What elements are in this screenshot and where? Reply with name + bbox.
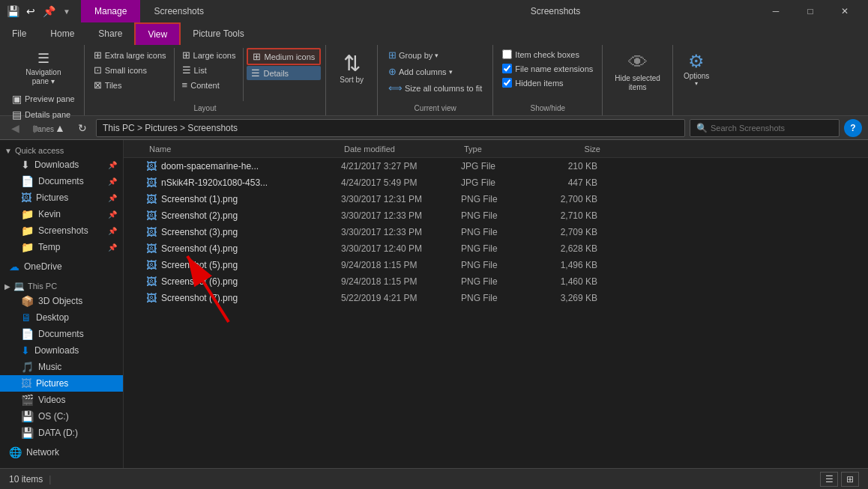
help-button[interactable]: ?	[844, 119, 862, 137]
sidebar-item-documents-quick[interactable]: 📄 Documents 📌	[0, 173, 123, 189]
file-type-icon: 🖼	[146, 193, 157, 205]
sidebar-item-downloads-pc[interactable]: ⬇ Downloads	[0, 342, 123, 359]
sidebar-item-music[interactable]: 🎵 Music	[0, 359, 123, 375]
list-button[interactable]: ☰ List	[178, 63, 241, 77]
details-view-toggle[interactable]: ☰	[820, 472, 838, 487]
add-col-arrow: ▾	[449, 68, 453, 76]
hide-selected-button[interactable]: 👁 Hide selecteditems	[609, 48, 666, 95]
sidebar-item-network[interactable]: 🌐 Network	[0, 444, 123, 461]
sidebar-item-downloads-quick[interactable]: ⬇ Downloads 📌	[0, 157, 123, 173]
hidden-items-button[interactable]: Hidden items	[499, 76, 596, 89]
item-check-boxes-checkbox[interactable]	[502, 49, 512, 59]
item-check-boxes-button[interactable]: Item check boxes	[499, 48, 596, 61]
file-name-extensions-button[interactable]: File name extensions	[499, 62, 596, 75]
up-button[interactable]: ▲	[51, 119, 69, 137]
sidebar-item-temp-quick[interactable]: 📁 Temp 📌	[0, 239, 123, 255]
group-by-button[interactable]: ⊞ Group by ▾	[384, 48, 486, 62]
file-name-extensions-checkbox[interactable]	[502, 64, 512, 73]
table-row[interactable]: 🖼 Screenshot (6).png 9/24/2018 1:15 PM P…	[124, 273, 868, 290]
manage-tab[interactable]: Manage	[81, 0, 140, 22]
maximize-button[interactable]: □	[793, 0, 828, 22]
sidebar-item-onedrive[interactable]: ☁ OneDrive	[0, 258, 123, 275]
pin-icon-pictures: 📌	[108, 194, 117, 202]
table-row[interactable]: 🖼 Screenshot (1).png 3/30/2017 12:31 PM …	[124, 191, 868, 207]
size-columns-icon: ⟺	[388, 82, 403, 94]
tab-picture-tools[interactable]: Picture Tools	[181, 22, 256, 45]
minimize-button[interactable]: ─	[759, 0, 793, 22]
search-box[interactable]: 🔍	[690, 119, 840, 137]
column-size[interactable]: Size	[536, 145, 603, 154]
table-row[interactable]: 🖼 Screenshot (2).png 3/30/2017 12:33 PM …	[124, 207, 868, 224]
ribbon-tabs: File Home Share View Picture Tools	[0, 22, 868, 45]
size-columns-button[interactable]: ⟺ Size all columns to fit	[384, 81, 486, 95]
navigation-pane-button[interactable]: ☰ Navigationpane ▾	[21, 48, 65, 88]
file-date: 4/21/2017 3:27 PM	[341, 161, 461, 171]
tiles-button[interactable]: ⊠ Tiles	[89, 78, 171, 92]
this-pc-group[interactable]: ▶ 💻 This PC	[0, 278, 123, 293]
forward-button[interactable]: ▶	[28, 119, 46, 137]
nav-pane-icon: ☰	[37, 50, 49, 67]
pin-icon-documents: 📌	[108, 177, 117, 186]
details-icon: ☰	[251, 67, 260, 79]
column-name[interactable]: Name	[146, 145, 341, 154]
content-button[interactable]: ≡ Content	[178, 78, 241, 92]
sort-button[interactable]: ⇅ Sort by	[332, 48, 371, 88]
refresh-button[interactable]: ↻	[73, 119, 91, 137]
table-row[interactable]: 🖼 Screenshot (5).png 9/24/2018 1:15 PM P…	[124, 257, 868, 273]
table-row[interactable]: 🖼 Screenshot (4).png 3/30/2017 12:40 PM …	[124, 240, 868, 257]
extra-large-icons-button[interactable]: ⊞ Extra large icons	[89, 48, 171, 62]
file-type: PNG File	[461, 276, 536, 287]
file-name: Screenshot (4).png	[161, 243, 341, 254]
column-date[interactable]: Date modified	[341, 145, 461, 154]
sidebar-item-pictures-pc[interactable]: 🖼 Pictures	[0, 375, 123, 392]
ribbon: ☰ Navigationpane ▾ ▣ Preview pane ▤ Deta…	[0, 45, 868, 116]
sidebar-item-videos[interactable]: 🎬 Videos	[0, 392, 123, 408]
screenshots-folder-icon: 📁	[21, 225, 34, 237]
tab-file[interactable]: File	[0, 22, 38, 45]
sidebar-item-desktop[interactable]: 🖥 Desktop	[0, 309, 123, 326]
item-count: 10 items	[9, 474, 43, 485]
file-list-header: Name Date modified Type Size	[124, 140, 868, 158]
close-button[interactable]: ✕	[828, 0, 862, 22]
file-type: PNG File	[461, 243, 536, 254]
column-type[interactable]: Type	[461, 145, 536, 154]
hidden-items-checkbox[interactable]	[502, 78, 512, 88]
tab-view[interactable]: View	[134, 22, 181, 45]
add-columns-button[interactable]: ⊕ Add columns ▾	[384, 64, 486, 79]
large-icons-view-toggle[interactable]: ⊞	[841, 472, 859, 487]
sidebar-item-3dobjects[interactable]: 📦 3D Objects	[0, 293, 123, 309]
large-icons-button[interactable]: ⊞ Large icons	[178, 48, 241, 62]
table-row[interactable]: 🖼 doom-spacemarine-he... 4/21/2017 3:27 …	[124, 158, 868, 174]
tab-share[interactable]: Share	[86, 22, 134, 45]
preview-pane-button[interactable]: ▣ Preview pane	[7, 91, 79, 106]
table-row[interactable]: 🖼 Screenshot (3).png 3/30/2017 12:33 PM …	[124, 224, 868, 240]
pin-icon-downloads: 📌	[108, 161, 117, 169]
extra-large-icon: ⊞	[94, 49, 102, 61]
titlebar-dropdown-icon[interactable]: ▼	[60, 4, 73, 18]
sidebar-item-screenshots-quick[interactable]: 📁 Screenshots 📌	[0, 222, 123, 239]
pin-icon-temp: 📌	[108, 243, 117, 252]
save-icon[interactable]: 💾	[6, 4, 19, 18]
pin-icon[interactable]: 📌	[42, 4, 55, 18]
table-row[interactable]: 🖼 nSkik4R-1920x1080-453... 4/24/2017 5:4…	[124, 174, 868, 191]
options-button[interactable]: ⚙ Options ▾	[679, 48, 714, 90]
details-button[interactable]: ☰ Details	[247, 66, 321, 80]
address-path[interactable]: This PC > Pictures > Screenshots	[96, 119, 685, 137]
sidebar-item-os-c[interactable]: 💾 OS (C:)	[0, 408, 123, 425]
back-button[interactable]: ◀	[6, 119, 24, 137]
screenshots-tab[interactable]: Screenshots	[140, 0, 217, 22]
sidebar-item-data-d[interactable]: 💾 DATA (D:)	[0, 425, 123, 441]
undo-icon[interactable]: ↩	[24, 4, 37, 18]
small-icons-button[interactable]: ⊡ Small icons	[89, 63, 171, 77]
sidebar-item-pictures-quick[interactable]: 🖼 Pictures 📌	[0, 189, 123, 206]
medium-icons-button[interactable]: ⊞ Medium icons	[247, 48, 321, 65]
search-input[interactable]	[711, 124, 833, 133]
sidebar-item-documents-pc[interactable]: 📄 Documents	[0, 326, 123, 342]
table-row[interactable]: 🖼 Screenshot (7).png 5/22/2019 4:21 PM P…	[124, 290, 868, 306]
quick-access-group[interactable]: ▼ Quick access	[0, 143, 123, 157]
sidebar-item-kevin-quick[interactable]: 📁 Kevin 📌	[0, 206, 123, 222]
tab-home[interactable]: Home	[38, 22, 86, 45]
documents-icon: 📄	[21, 175, 34, 187]
pictures-pc-icon: 🖼	[21, 377, 31, 389]
content-icon: ≡	[182, 79, 188, 91]
